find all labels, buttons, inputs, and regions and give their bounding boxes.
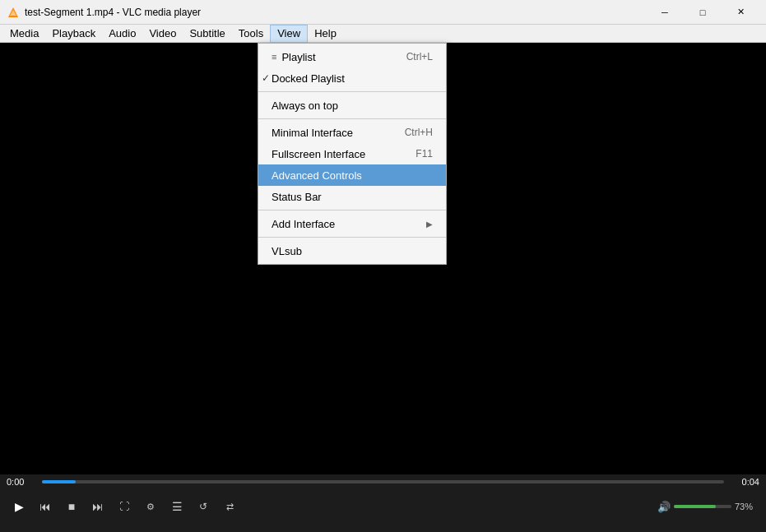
fullscreen-button[interactable]: ⛶	[112, 494, 137, 519]
bottom-bar: 0:00 0:04 ▶ ⏮ ■ ⏭ ⛶ ⚙ ☰ ↺ ⇄ 🔊 73%	[0, 474, 766, 532]
volume-fill	[674, 505, 716, 508]
menu-bar: Media Playback Audio Video Subtitle Tool…	[0, 25, 766, 43]
playlist-shortcut: Ctrl+L	[406, 51, 433, 62]
menu-help[interactable]: Help	[308, 25, 343, 43]
title-bar: test-Segment 1.mp4 - VLC media player ─ …	[0, 0, 766, 25]
minimize-button[interactable]: ─	[646, 0, 684, 25]
vlsub-label: VLsub	[272, 245, 302, 257]
app-icon	[7, 6, 20, 19]
separator-4	[258, 237, 446, 238]
menu-audio[interactable]: Audio	[102, 25, 142, 43]
close-button[interactable]: ✕	[722, 0, 759, 25]
menu-item-playlist[interactable]: ≡ Playlist Ctrl+L	[258, 46, 446, 67]
next-button[interactable]: ⏭	[86, 494, 110, 519]
extended-button[interactable]: ⚙	[138, 494, 163, 519]
menu-item-minimal-interface[interactable]: Minimal Interface Ctrl+H	[258, 122, 446, 143]
advanced-controls-label: Advanced Controls	[272, 169, 362, 182]
volume-bar[interactable]	[674, 505, 731, 508]
playlist-button[interactable]: ☰	[165, 494, 189, 519]
menu-item-vlsub[interactable]: VLsub	[258, 240, 446, 261]
volume-icon[interactable]: 🔊	[657, 501, 671, 513]
controls-row: ▶ ⏮ ■ ⏭ ⛶ ⚙ ☰ ↺ ⇄ 🔊 73%	[0, 489, 766, 524]
menu-video[interactable]: Video	[142, 25, 183, 43]
status-bar-label: Status Bar	[272, 191, 322, 203]
menu-item-docked-playlist[interactable]: ✓ Docked Playlist	[258, 67, 446, 89]
current-time: 0:00	[7, 477, 35, 487]
volume-area: 🔊 73%	[657, 501, 759, 513]
add-interface-label: Add Interface	[272, 218, 335, 230]
separator-1	[258, 91, 446, 92]
menu-item-add-interface[interactable]: Add Interface ▶	[258, 213, 446, 234]
volume-label: 73%	[735, 502, 759, 511]
playlist-icon: ≡	[272, 52, 276, 62]
add-interface-arrow-icon: ▶	[426, 220, 433, 229]
window-controls: ─ □ ✕	[646, 0, 759, 25]
total-time: 0:04	[731, 477, 759, 487]
menu-media[interactable]: Media	[3, 25, 45, 43]
menu-tools[interactable]: Tools	[232, 25, 270, 43]
fullscreen-interface-label: Fullscreen Interface	[272, 148, 365, 160]
progress-track[interactable]	[42, 480, 724, 483]
menu-subtitle[interactable]: Subtitle	[183, 25, 231, 43]
stop-button[interactable]: ■	[59, 494, 84, 519]
menu-playback[interactable]: Playback	[45, 25, 102, 43]
window-title: test-Segment 1.mp4 - VLC media player	[25, 7, 646, 18]
view-dropdown-menu: ≡ Playlist Ctrl+L ✓ Docked Playlist Alwa…	[258, 43, 447, 265]
prev-button[interactable]: ⏮	[33, 494, 58, 519]
minimal-interface-label: Minimal Interface	[272, 127, 353, 139]
fullscreen-interface-shortcut: F11	[415, 148, 433, 160]
menu-item-status-bar[interactable]: Status Bar	[258, 186, 446, 207]
menu-view[interactable]: View	[270, 25, 308, 43]
docked-playlist-label: Docked Playlist	[272, 72, 345, 85]
docked-check-icon: ✓	[262, 72, 270, 84]
progress-bar-container: 0:00 0:04	[0, 474, 766, 489]
minimal-interface-shortcut: Ctrl+H	[405, 127, 433, 138]
menu-item-always-on-top[interactable]: Always on top	[258, 95, 446, 116]
always-on-top-label: Always on top	[272, 99, 338, 112]
maximize-button[interactable]: □	[684, 0, 722, 25]
loop-button[interactable]: ↺	[191, 494, 216, 519]
separator-3	[258, 210, 446, 210]
play-button[interactable]: ▶	[7, 494, 31, 519]
shuffle-button[interactable]: ⇄	[217, 494, 242, 519]
separator-2	[258, 118, 446, 119]
playlist-label: Playlist	[281, 51, 315, 63]
menu-item-advanced-controls[interactable]: Advanced Controls	[258, 164, 446, 186]
progress-fill	[42, 480, 76, 483]
menu-item-fullscreen-interface[interactable]: Fullscreen Interface F11	[258, 143, 446, 164]
